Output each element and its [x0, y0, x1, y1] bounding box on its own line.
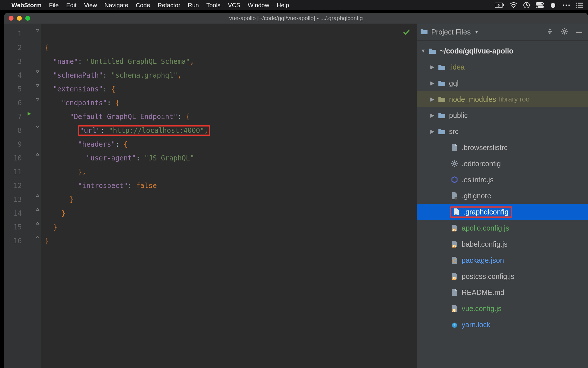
- inspection-ok-icon[interactable]: [403, 26, 410, 40]
- expand-icon[interactable]: ▶: [429, 112, 436, 118]
- tree-file[interactable]: JS apollo.config.js: [417, 220, 588, 236]
- code-area[interactable]: { "name": "Untitled GraphQL Schema", "sc…: [41, 24, 417, 368]
- gear-icon[interactable]: [561, 28, 568, 36]
- menu-file[interactable]: File: [49, 2, 59, 9]
- wifi-icon[interactable]: [510, 2, 517, 8]
- tree-label: README.md: [462, 288, 504, 297]
- tree-file[interactable]: JS vue.config.js: [417, 300, 588, 317]
- code-token: {: [111, 85, 115, 93]
- fold-toggle-icon[interactable]: [36, 98, 40, 101]
- list-icon[interactable]: [576, 2, 583, 8]
- code-token: }: [61, 209, 65, 217]
- folder-icon: [428, 48, 437, 54]
- toolbox-icon[interactable]: [550, 2, 556, 9]
- tree-label: vue.config.js: [462, 304, 502, 313]
- expand-icon[interactable]: ▼: [420, 48, 427, 54]
- js-icon: JS: [450, 225, 459, 231]
- project-panel-header[interactable]: Project Files ▾: [417, 24, 588, 41]
- code-token: }: [45, 237, 49, 245]
- code-token: ,: [82, 168, 86, 176]
- fold-close-icon[interactable]: [36, 208, 40, 211]
- minimize-window-button[interactable]: [17, 16, 22, 21]
- tree-file[interactable]: yarn.lock: [417, 317, 588, 333]
- code-token: "name": [53, 57, 78, 66]
- scroll-from-source-icon[interactable]: [547, 28, 553, 36]
- line-number: 1: [4, 27, 22, 41]
- menu-run[interactable]: Run: [188, 2, 199, 9]
- tree-root[interactable]: ▼ ~/code/gql/vue-apollo: [417, 43, 588, 59]
- fold-toggle-icon[interactable]: [36, 70, 40, 73]
- close-window-button[interactable]: [9, 16, 13, 21]
- folder-icon: [438, 80, 446, 86]
- folder-icon: [438, 112, 446, 118]
- code-token: :: [107, 99, 115, 107]
- project-tree[interactable]: ▼ ~/code/gql/vue-apollo ▶ .idea ▶ gql ▶: [417, 41, 588, 368]
- expand-icon[interactable]: ▶: [429, 64, 436, 70]
- toggle-icon[interactable]: [536, 2, 544, 8]
- dropdown-icon[interactable]: ▾: [475, 29, 478, 35]
- yarn-icon: [450, 321, 459, 328]
- code-token: :: [115, 140, 124, 148]
- gear-icon: [450, 160, 459, 167]
- folder-icon: [438, 96, 446, 102]
- titlebar[interactable]: vue-apollo [~/code/gql/vue-apollo] - ...…: [4, 13, 588, 24]
- zoom-window-button[interactable]: [25, 16, 30, 21]
- fold-toggle-icon[interactable]: [36, 125, 40, 128]
- hide-panel-icon[interactable]: [576, 29, 582, 34]
- tree-file[interactable]: .eslintrc.js: [417, 172, 588, 188]
- fold-close-icon[interactable]: [36, 222, 40, 225]
- menu-view[interactable]: View: [84, 2, 97, 9]
- fold-toggle-icon[interactable]: [36, 84, 40, 87]
- menu-code[interactable]: Code: [136, 2, 150, 9]
- line-number-gutter: 1 2 3 4 5 6 7 8 9 10 11 12 13 14 15 16: [4, 24, 26, 368]
- menu-vcs[interactable]: VCS: [228, 2, 240, 9]
- graphql-icon: {}: [452, 208, 461, 216]
- svg-rect-1: [503, 4, 504, 6]
- code-token: "JS GraphQL": [144, 154, 194, 162]
- app-name[interactable]: WebStorm: [11, 2, 42, 9]
- tree-file[interactable]: JS postcss.config.js: [417, 268, 588, 284]
- tree-folder[interactable]: ▶ gql: [417, 75, 588, 91]
- svg-point-11: [576, 3, 577, 4]
- tree-file[interactable]: .browserslistrc: [417, 139, 588, 156]
- tree-label: .gitignore: [462, 192, 491, 200]
- code-token: "user-agent": [86, 154, 136, 162]
- menu-navigate[interactable]: Navigate: [105, 2, 128, 9]
- fold-close-icon[interactable]: [36, 194, 40, 197]
- svg-point-8: [563, 5, 564, 6]
- project-panel: Project Files ▾ ▼ ~/code/gql/vue-apollo …: [417, 24, 588, 368]
- menu-refactor[interactable]: Refactor: [158, 2, 180, 9]
- tree-file[interactable]: .editorconfig: [417, 156, 588, 172]
- fold-toggle-icon[interactable]: [36, 29, 40, 32]
- tree-file[interactable]: README.md: [417, 284, 588, 300]
- line-number: 7: [4, 110, 22, 124]
- js-icon: JS: [450, 273, 459, 280]
- tree-file[interactable]: JS babel.config.js: [417, 236, 588, 252]
- tree-folder[interactable]: ▶ .idea: [417, 59, 588, 75]
- tree-file-selected[interactable]: {} .graphqlconfig: [417, 204, 588, 220]
- tree-folder-excluded[interactable]: ▶ node_modules library roo: [417, 91, 588, 107]
- tree-file[interactable]: {} package.json: [417, 252, 588, 268]
- menu-tools[interactable]: Tools: [206, 2, 220, 9]
- menu-help[interactable]: Help: [277, 2, 289, 9]
- tree-folder[interactable]: ▶ src: [417, 123, 588, 139]
- folder-icon: [438, 64, 446, 70]
- expand-icon[interactable]: ▶: [429, 96, 436, 102]
- tree-folder[interactable]: ▶ public: [417, 107, 588, 123]
- menu-edit[interactable]: Edit: [66, 2, 76, 9]
- run-line-icon[interactable]: ▶: [28, 110, 31, 117]
- fold-close-icon[interactable]: [36, 236, 40, 239]
- line-number: 8: [4, 124, 22, 137]
- expand-icon[interactable]: ▶: [429, 128, 436, 135]
- battery-icon[interactable]: [495, 3, 504, 8]
- overflow-icon[interactable]: [562, 4, 570, 7]
- highlight-box: {} .graphqlconfig: [450, 206, 512, 218]
- menu-window[interactable]: Window: [248, 2, 269, 9]
- line-number: 15: [4, 220, 22, 234]
- expand-icon[interactable]: ▶: [429, 80, 436, 86]
- tree-label: ~/code/gql/vue-apollo: [440, 47, 513, 55]
- tree-file[interactable]: .gitignore: [417, 188, 588, 204]
- clock-icon[interactable]: [523, 2, 530, 9]
- code-editor[interactable]: 1 2 3 4 5 6 7 8 9 10 11 12 13 14 15 16 ▶: [4, 24, 417, 368]
- fold-close-icon[interactable]: [36, 153, 40, 156]
